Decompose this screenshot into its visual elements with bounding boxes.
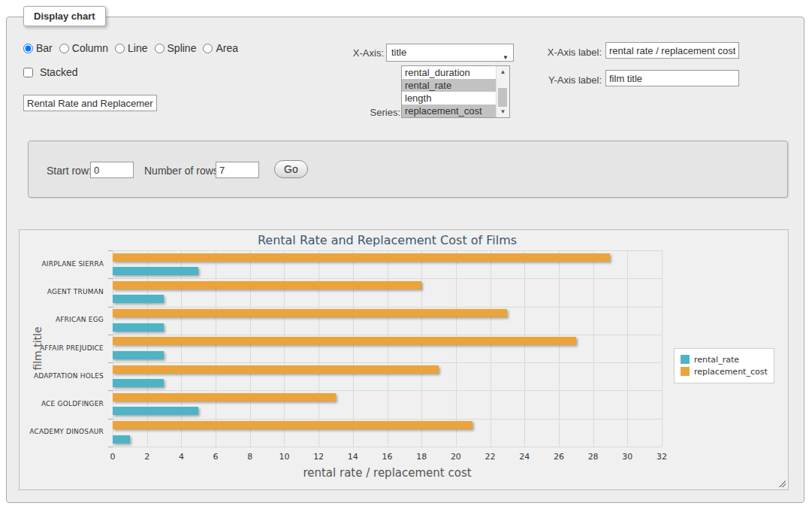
h-gridline bbox=[113, 307, 662, 308]
chart-type-label: Spline bbox=[168, 42, 197, 54]
v-gridline bbox=[524, 250, 525, 447]
chart-title: Rental Rate and Replacement Cost of Film… bbox=[113, 233, 662, 247]
y-tick-mark bbox=[108, 307, 113, 308]
series-listbox[interactable]: rental_durationrental_ratelengthreplacem… bbox=[401, 65, 510, 118]
series-option-replacement_cost[interactable]: replacement_cost bbox=[402, 105, 498, 117]
num-rows-label: Number of rows: bbox=[144, 165, 222, 177]
series-option-length[interactable]: length bbox=[402, 92, 498, 105]
chart-title-input[interactable] bbox=[23, 95, 157, 111]
x-axis-label-input[interactable] bbox=[605, 42, 739, 59]
series-option-rental_rate[interactable]: rental_rate bbox=[402, 79, 498, 92]
bar-rental_rate bbox=[113, 435, 130, 444]
x-tick-label: 2 bbox=[144, 452, 149, 462]
chart-type-radio-area[interactable] bbox=[203, 44, 213, 53]
bar-replacement_cost bbox=[113, 253, 610, 262]
x-tick-label: 4 bbox=[179, 452, 184, 462]
display-chart-fieldset: Display chart BarColumnLineSplineArea St… bbox=[6, 17, 804, 503]
h-gridline bbox=[113, 278, 662, 279]
chart-type-option-spline[interactable]: Spline bbox=[155, 42, 197, 54]
chart-type-radio-bar[interactable] bbox=[23, 44, 33, 53]
h-gridline bbox=[113, 419, 662, 420]
x-tick-label: 6 bbox=[213, 452, 219, 462]
go-button[interactable]: Go bbox=[274, 160, 308, 178]
h-gridline bbox=[113, 250, 662, 251]
chart-type-option-column[interactable]: Column bbox=[59, 42, 108, 54]
chart-type-option-area[interactable]: Area bbox=[203, 42, 238, 54]
v-gridline bbox=[388, 250, 388, 447]
legend-item-replacement_cost[interactable]: replacement_cost bbox=[681, 367, 768, 377]
start-row-input[interactable] bbox=[90, 162, 134, 178]
v-gridline bbox=[627, 250, 628, 447]
scroll-down-icon[interactable]: ▼ bbox=[497, 106, 509, 117]
y-tick-mark bbox=[108, 362, 113, 363]
num-rows-input[interactable] bbox=[216, 162, 259, 178]
legend-item-rental_rate[interactable]: rental_rate bbox=[681, 355, 768, 365]
legend-label: rental_rate bbox=[694, 355, 739, 365]
plot-area: 02468101214161820222426283032 bbox=[113, 250, 662, 447]
series-options: rental_durationrental_ratelengthreplacem… bbox=[402, 66, 509, 117]
x-tick-label: 28 bbox=[588, 452, 599, 462]
chart-type-option-bar[interactable]: Bar bbox=[23, 42, 53, 54]
x-axis-select-value: title bbox=[391, 47, 406, 58]
stacked-checkbox[interactable] bbox=[23, 68, 33, 77]
bar-replacement_cost bbox=[113, 421, 472, 429]
chart-type-radio-column[interactable] bbox=[59, 44, 69, 53]
h-gridline bbox=[113, 362, 662, 363]
stacked-label: Stacked bbox=[40, 66, 78, 78]
bar-rental_rate bbox=[113, 267, 198, 275]
y-tick-mark bbox=[108, 278, 113, 279]
v-gridline bbox=[181, 250, 182, 447]
dropdown-arrow-icon: ▼ bbox=[503, 50, 509, 66]
x-axis-select-label: X-Axis: bbox=[324, 47, 384, 59]
h-gridline bbox=[113, 390, 662, 391]
v-gridline bbox=[662, 250, 663, 447]
v-gridline bbox=[113, 250, 113, 447]
series-scrollbar[interactable]: ▲ ▼ bbox=[496, 66, 509, 117]
chart-type-label: Bar bbox=[36, 42, 53, 54]
y-tick-mark bbox=[108, 335, 113, 335]
row-range-panel: Start row: Number of rows: Go bbox=[28, 141, 788, 198]
scroll-up-icon[interactable]: ▲ bbox=[497, 66, 509, 77]
x-tick-label: 14 bbox=[348, 452, 358, 462]
x-axis-label-label: X-Axis label: bbox=[527, 47, 602, 58]
y-axis-label-input[interactable] bbox=[605, 70, 739, 86]
v-gridline bbox=[593, 250, 594, 447]
v-gridline bbox=[421, 250, 422, 447]
x-tick-label: 18 bbox=[416, 452, 427, 462]
stacked-option[interactable]: Stacked bbox=[23, 66, 77, 78]
h-gridline bbox=[113, 447, 662, 447]
y-axis-label-label: Y-Axis label: bbox=[527, 74, 602, 86]
legend-swatch-icon bbox=[681, 355, 690, 364]
v-gridline bbox=[491, 250, 491, 447]
scrollbar-thumb[interactable] bbox=[498, 88, 507, 107]
y-tick-mark bbox=[108, 419, 113, 420]
bar-rental_rate bbox=[113, 323, 164, 332]
x-tick-label: 24 bbox=[519, 452, 530, 462]
start-row-label: Start row: bbox=[47, 165, 92, 177]
chart-type-label: Area bbox=[216, 42, 238, 54]
x-axis-title: rental rate / replacement cost bbox=[113, 466, 662, 480]
legend-label: replacement_cost bbox=[694, 367, 768, 377]
y-tick-mark bbox=[108, 250, 113, 251]
bar-replacement_cost bbox=[113, 365, 439, 374]
v-gridline bbox=[216, 250, 216, 447]
v-gridline bbox=[147, 250, 148, 447]
bar-rental_rate bbox=[113, 407, 198, 415]
x-tick-label: 8 bbox=[247, 452, 252, 462]
chart-legend: rental_ratereplacement_cost bbox=[674, 348, 774, 383]
bar-replacement_cost bbox=[113, 281, 421, 289]
chart-type-option-line[interactable]: Line bbox=[115, 42, 147, 54]
v-gridline bbox=[318, 250, 319, 447]
x-tick-label: 10 bbox=[279, 452, 289, 462]
x-axis-select[interactable]: title ▼ bbox=[386, 44, 514, 62]
chart-container: Rental Rate and Replacement Cost of Film… bbox=[19, 229, 789, 490]
chart-type-radio-spline[interactable] bbox=[155, 44, 165, 53]
resize-handle-icon[interactable] bbox=[777, 479, 786, 487]
y-tick-mark bbox=[108, 390, 113, 391]
x-tick-label: 22 bbox=[485, 452, 496, 462]
chart-type-label: Line bbox=[128, 42, 147, 54]
chart-type-radio-line[interactable] bbox=[115, 44, 125, 53]
chart-type-radios: BarColumnLineSplineArea bbox=[23, 42, 245, 54]
series-option-rental_duration[interactable]: rental_duration bbox=[402, 66, 498, 79]
x-tick-label: 26 bbox=[554, 452, 564, 462]
